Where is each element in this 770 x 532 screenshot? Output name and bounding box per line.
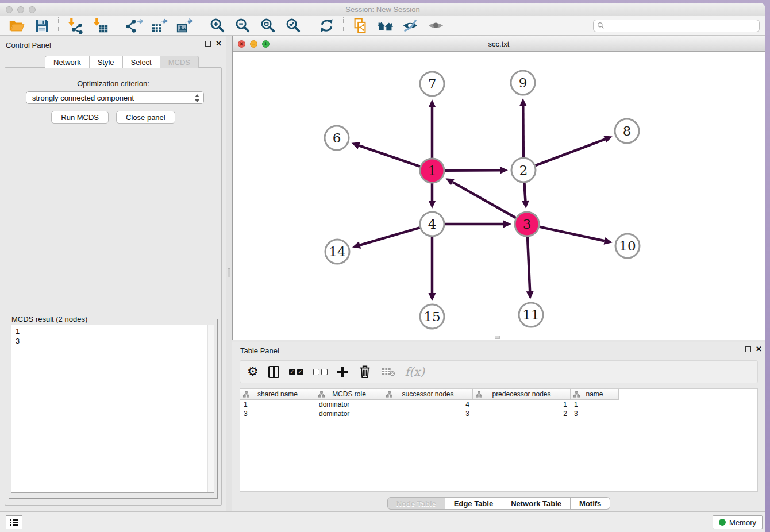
run-mcds-button[interactable]: Run MCDS [51,111,109,124]
tab-mcds[interactable]: MCDS [160,56,199,68]
table-cell[interactable]: 2 [473,409,571,418]
tab-network[interactable]: Network [45,56,90,68]
canvas-scroll-handle[interactable] [495,336,500,339]
network-window-title: scc.txt [233,40,765,48]
tab-edge-table[interactable]: Edge Table [445,497,502,510]
table-cell[interactable]: 4 [383,400,473,409]
memory-label: Memory [729,518,756,527]
table-cell[interactable]: dominator [315,409,383,418]
mcds-result-textarea[interactable]: 13 [11,325,214,493]
network-window-titlebar[interactable]: ✕ − + scc.txt [233,36,765,52]
search-input[interactable] [593,20,760,32]
zoom-selected-button[interactable] [284,17,302,34]
graph-edge-2-9[interactable] [523,106,523,157]
graph-edge-3-1[interactable] [453,182,516,218]
titlebar: Session: New Session [0,3,765,16]
edge-arrowhead [519,98,527,106]
main-toolbar [0,16,765,36]
zoom-fit-button[interactable] [259,17,277,34]
result-line: 3 [16,336,214,346]
close-panel-icon[interactable]: ✕ [215,41,222,47]
network-canvas[interactable]: 7968124314101511 [233,52,765,340]
graph-edge-3-11[interactable] [528,237,530,291]
save-session-button[interactable] [33,17,51,34]
edge-arrowhead [429,201,436,209]
close-panel-button[interactable]: Close panel [116,111,175,124]
table-cell[interactable]: 3 [571,409,619,418]
panel-splitter[interactable] [226,36,232,511]
session-title: Session: New Session [0,5,765,14]
export-network-button[interactable] [125,17,143,34]
column-header-predecessor-nodes[interactable]: predecessor nodes [473,389,571,400]
graph-node-label: 14 [329,244,345,259]
table-cell[interactable]: 3 [240,409,315,418]
column-header-name[interactable]: name [571,389,619,400]
network-view-window: ✕ − + scc.txt 7968124314101511 [232,36,765,340]
clone-network-button[interactable] [351,17,369,34]
result-scrollbar[interactable] [207,325,214,492]
zoom-fit-icon [260,17,276,34]
memory-button[interactable]: Memory [713,515,763,529]
table-cell[interactable]: 1 [571,400,619,409]
graph-edge-3-10[interactable] [539,227,604,241]
graph-edge-4-14[interactable] [360,228,420,245]
import-network-button[interactable] [66,17,84,34]
column-header-shared-name[interactable]: shared name [240,389,315,400]
table-cell[interactable]: 1 [240,400,315,409]
table-row[interactable]: 1dominator411 [240,400,757,409]
zoom-out-button[interactable] [234,17,252,34]
first-neighbors-button[interactable] [376,17,394,34]
graph-node-label: 7 [428,76,437,91]
table-cell[interactable]: 1 [473,400,571,409]
table-panel-title: Table Panel [240,346,279,355]
graph-edge-1-6[interactable] [359,145,420,167]
show-columns-button[interactable] [268,364,279,379]
float-panel-icon[interactable] [205,41,211,47]
criterion-value: strongly connected component [32,94,134,102]
edge-arrowhead [352,142,360,149]
open-session-button[interactable] [7,17,25,34]
select-all-columns-button[interactable]: ✓✓ [289,364,303,379]
zoom-out-icon [234,17,251,34]
function-builder-button-disabled: f(x) [405,364,425,379]
hide-graphics-button[interactable] [402,17,419,34]
graph-edge-2-8[interactable] [536,139,605,165]
table-header-row: shared nameMCDS rolesuccessor nodesprede… [240,389,757,400]
table-settings-button[interactable]: ⚙ [247,364,259,379]
close-table-panel-icon[interactable]: ✕ [756,346,762,352]
control-panel-title: Control Panel [6,41,51,49]
eye-icon [427,17,445,34]
show-graphics-button[interactable] [427,17,445,34]
graph-node-label: 10 [619,238,636,253]
tab-style[interactable]: Style [90,56,123,68]
table-cell[interactable]: 3 [383,409,473,418]
deselect-all-columns-button[interactable] [313,364,328,379]
tab-network-table[interactable]: Network Table [502,497,571,510]
float-table-panel-icon[interactable] [745,346,751,352]
zoom-selected-icon [285,17,302,34]
add-column-button[interactable] [337,364,348,379]
column-header-successor-nodes[interactable]: successor nodes [383,389,473,400]
criterion-select[interactable]: strongly connected component [26,91,204,104]
tab-select[interactable]: Select [123,56,160,68]
graph-edge-2-3[interactable] [524,183,525,201]
edge-arrowhead [603,136,612,142]
network-graph: 7968124314101511 [233,52,765,340]
table-cell[interactable]: dominator [315,400,383,409]
houses-icon [376,17,394,34]
task-history-button[interactable] [6,515,22,529]
column-header-label: predecessor nodes [492,390,550,398]
graph-edge-1-2[interactable] [445,170,500,171]
table-row[interactable]: 3dominator323 [240,409,757,418]
export-image-button[interactable] [175,17,193,34]
table-panel: Table Panel ✕ ⚙ ✓✓ f(x) shared nameMCDS … [232,342,765,511]
delete-column-button[interactable] [358,364,372,379]
export-table-button[interactable] [150,17,168,34]
tab-node-table[interactable]: Node Table [387,497,445,510]
tab-motifs[interactable]: Motifs [571,497,610,510]
refresh-layout-button[interactable] [318,17,336,34]
column-header-MCDS-role[interactable]: MCDS role [315,389,383,400]
import-table-button[interactable] [91,17,109,34]
zoom-in-button[interactable] [209,17,226,34]
splitter-grip[interactable] [228,268,230,277]
